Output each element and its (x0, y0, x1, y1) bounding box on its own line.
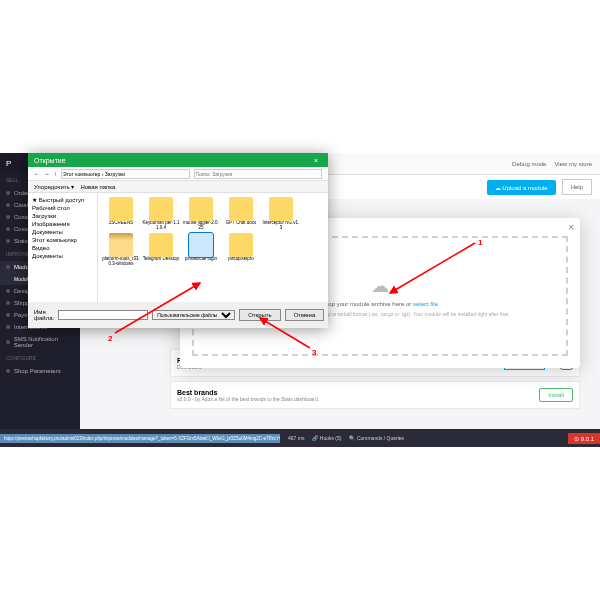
new-folder-button[interactable]: Новая папка (80, 184, 115, 190)
file-item[interactable]: mouse jiggler-2.0.25 (182, 197, 220, 231)
nav-item[interactable]: Изображения (30, 220, 95, 228)
search-input[interactable] (194, 169, 323, 179)
toolbar: Упорядочить ▾ Новая папка (28, 181, 328, 193)
nav-item[interactable]: Рабочий стол (30, 204, 95, 212)
open-button[interactable]: Открыть (239, 309, 281, 321)
debug-item[interactable]: 🔍 Commands / Queries (349, 435, 404, 441)
debug-mode-link[interactable]: Debug mode (512, 161, 546, 167)
path-bar: ← → ↑ (28, 167, 328, 181)
file-item[interactable]: Telegram Desktop (142, 233, 180, 267)
file-item[interactable]: GPT Chat docs (222, 197, 260, 231)
dialog-titlebar: Открытие × (28, 153, 328, 167)
nav-item[interactable]: Загрузки (30, 212, 95, 220)
file-item[interactable]: Keyboman per-1.11.0.4 (142, 197, 180, 231)
file-item[interactable]: platform-tools_r33.0.3-windows (102, 233, 140, 267)
file-item[interactable]: pintasocial login (182, 233, 220, 267)
filename-label: Имя файла: (34, 309, 54, 321)
file-item[interactable]: 1SCREENS (102, 197, 140, 231)
select-file-link[interactable]: select file (413, 301, 438, 307)
url-display: https://prestashopfaktory.pro/admin013/i… (0, 434, 280, 443)
forward-icon[interactable]: → (44, 171, 50, 177)
debug-bar: https://prestashopfaktory.pro/admin013/i… (0, 429, 600, 447)
filetype-select[interactable]: Пользовательские файлы (152, 310, 235, 320)
sidebar-item[interactable]: SMS Notification Sender (0, 333, 80, 351)
nav-item[interactable]: Документы (30, 252, 95, 260)
cloud-upload-icon: ☁ (371, 275, 389, 297)
upload-module-button[interactable]: ☁ Upload a module (487, 180, 556, 195)
up-icon[interactable]: ↑ (54, 171, 57, 177)
sidebar-item[interactable]: Shop Parameters (0, 365, 80, 377)
nav-item[interactable]: Видео (30, 244, 95, 252)
nav-item[interactable]: Этот компьютер (30, 236, 95, 244)
close-icon[interactable]: × (310, 157, 322, 164)
section-configure: CONFIGURE (0, 351, 80, 365)
install-button[interactable]: Install (539, 388, 573, 402)
drop-text: Drop your module archive here or select … (322, 301, 438, 307)
help-button[interactable]: Help (562, 179, 592, 195)
cancel-button[interactable]: Отмена (285, 309, 325, 321)
view-store-link[interactable]: View my store (554, 161, 592, 167)
module-row: Best brandsv2.0.0 - by Adds a list of th… (170, 381, 580, 409)
version-badge: ⊙ 9.0.1 (568, 433, 600, 444)
debug-item[interactable]: 🔗 Hooks (5) (312, 435, 341, 441)
dialog-footer: Имя файла: Пользовательские файлы Открыт… (28, 302, 328, 328)
file-item[interactable]: pintapixelpro (222, 233, 260, 267)
nav-item[interactable]: Документы (30, 228, 95, 236)
path-input[interactable] (61, 169, 190, 179)
file-grid: 1SCREENSKeyboman per-1.11.0.4mouse jiggl… (98, 193, 328, 302)
close-icon[interactable]: × (568, 222, 574, 233)
file-item[interactable]: Interceptor NG.v1.3 (262, 197, 300, 231)
nav-item[interactable]: ★ Быстрый доступ (30, 195, 95, 204)
file-dialog: Открытие × ← → ↑ Упорядочить ▾ Новая пап… (28, 153, 328, 328)
debug-item[interactable]: 467 ms (288, 435, 304, 441)
filename-input[interactable] (58, 310, 148, 320)
back-icon[interactable]: ← (34, 171, 40, 177)
nav-tree: ★ Быстрый доступ Рабочий стол Загрузки И… (28, 193, 98, 302)
organize-menu[interactable]: Упорядочить ▾ (34, 183, 74, 190)
